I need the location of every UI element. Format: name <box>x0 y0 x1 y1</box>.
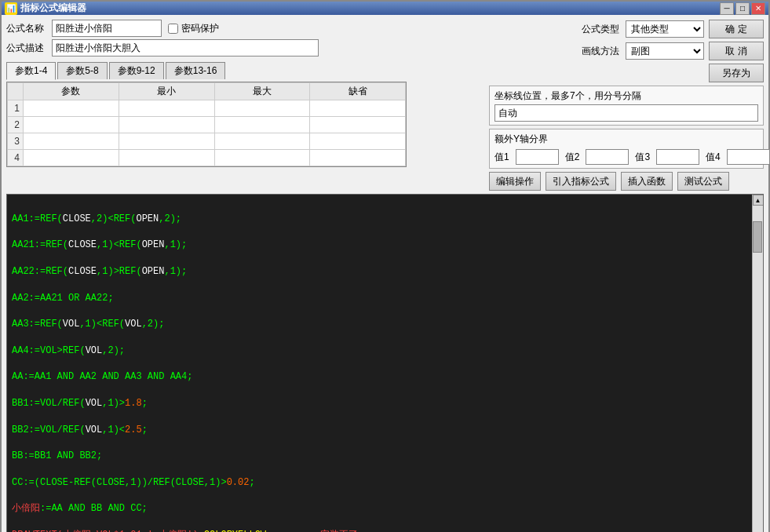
y-boundary-section: 额外Y轴分界 值1 值2 值3 值4 <box>489 129 764 169</box>
tab-params-5-8[interactable]: 参数5-8 <box>57 62 107 79</box>
y-val4-input[interactable] <box>727 149 770 165</box>
edit-ops-button[interactable]: 编辑操作 <box>489 172 541 191</box>
col-num <box>8 83 24 100</box>
row-num-3: 3 <box>8 133 24 150</box>
code-line-3: AA22:=REF(CLOSE,1)>REF(OPEN,1); <box>12 265 747 279</box>
code-editor-inner: AA1:=REF(CLOSE,2)<REF(OPEN,2); AA21:=REF… <box>7 195 763 532</box>
code-line-12: 小倍阳:=AA AND BB AND CC; <box>12 502 747 516</box>
y-boundary-title: 额外Y轴分界 <box>494 133 758 146</box>
code-editor-section: AA1:=REF(CLOSE,2)<REF(OPEN,2); AA21:=REF… <box>6 194 764 532</box>
code-area[interactable]: AA1:=REF(CLOSE,2)<REF(OPEN,2); AA21:=REF… <box>7 195 752 532</box>
formula-desc-row: 公式描述 <box>6 39 484 56</box>
maximize-button[interactable]: □ <box>735 2 750 15</box>
params-table: 参数 最小 最大 缺省 1 <box>7 82 406 166</box>
param-4-min[interactable] <box>121 151 213 165</box>
table-row: 2 <box>8 117 406 133</box>
close-window-button[interactable]: ✕ <box>751 2 765 15</box>
tab-params-9-12[interactable]: 参数9-12 <box>109 62 164 79</box>
tab-params-13-16[interactable]: 参数13-16 <box>166 62 226 79</box>
code-line-4: AA2:=AA21 OR AA22; <box>12 292 747 305</box>
table-row: 3 <box>8 133 406 150</box>
annotation: ←— 安装不了， <box>303 529 367 532</box>
param-1-max[interactable] <box>217 101 308 115</box>
cancel-button[interactable]: 取 消 <box>709 42 764 60</box>
coord-input[interactable] <box>494 104 758 122</box>
param-2-name[interactable] <box>25 118 117 132</box>
formula-name-row: 公式名称 密码保护 <box>6 20 484 37</box>
code-line-11: CC:=(CLOSE-REF(CLOSE,1))/REF(CLOSE,1)>0.… <box>12 476 747 490</box>
action-buttons: 编辑操作 引入指标公式 插入函数 测试公式 <box>489 172 764 191</box>
col-max: 最大 <box>214 83 310 100</box>
val1-label: 值1 <box>494 151 509 164</box>
code-line-1: AA1:=REF(CLOSE,2)<REF(OPEN,2); <box>12 213 747 226</box>
draw-method-select[interactable]: 副图 主图 <box>626 42 704 60</box>
y-val3-input[interactable] <box>656 149 699 165</box>
param-3-default[interactable] <box>312 134 403 148</box>
test-formula-button[interactable]: 测试公式 <box>677 172 729 191</box>
params-table-container: 参数 最小 最大 缺省 1 <box>6 82 407 167</box>
password-checkbox[interactable] <box>168 24 178 34</box>
val2-label: 值2 <box>565 151 580 164</box>
formula-desc-label: 公式描述 <box>6 42 46 55</box>
header-section: 公式名称 密码保护 公式描述 参数1-4 参数5-8 参数9-12 <box>6 20 764 191</box>
param-3-max[interactable] <box>217 134 308 148</box>
param-tabs: 参数1-4 参数5-8 参数9-12 参数13-16 <box>6 62 484 79</box>
save-as-button[interactable]: 另存为 <box>709 64 764 82</box>
param-1-name[interactable] <box>25 101 117 115</box>
coord-section: 坐标线位置，最多7个，用分号分隔 <box>489 86 764 126</box>
param-2-default[interactable] <box>312 118 403 132</box>
param-3-min[interactable] <box>121 134 213 148</box>
code-line-9: BB2:=VOL/REF(VOL,1)<2.5; <box>12 424 747 437</box>
vertical-scrollbar[interactable]: ▲ ▼ <box>752 195 763 532</box>
val4-label: 值4 <box>706 151 721 164</box>
code-line-2: AA21:=REF(CLOSE,1)<REF(OPEN,1); <box>12 239 747 252</box>
param-2-max[interactable] <box>217 118 308 132</box>
code-line-8: BB1:=VOL/REF(VOL,1)>1.8; <box>12 397 747 410</box>
table-row: 1 <box>8 100 406 117</box>
draw-method-label: 画线方法 <box>582 45 621 58</box>
param-4-default[interactable] <box>312 151 403 165</box>
formula-name-input[interactable] <box>52 20 162 37</box>
param-2-min[interactable] <box>121 118 213 132</box>
scroll-thumb-v[interactable] <box>753 221 762 253</box>
tab-params-1-4[interactable]: 参数1-4 <box>6 62 56 80</box>
save-as-row: 另存为 <box>489 64 764 82</box>
param-3-name[interactable] <box>25 134 117 148</box>
password-checkbox-label: 密码保护 <box>168 22 219 35</box>
import-formula-button[interactable]: 引入指标公式 <box>546 172 616 191</box>
formula-name-label: 公式名称 <box>6 22 46 35</box>
param-4-name[interactable] <box>25 151 117 165</box>
y-val1-input[interactable] <box>516 149 559 165</box>
row-num-2: 2 <box>8 117 24 133</box>
insert-func-button[interactable]: 插入函数 <box>621 172 673 191</box>
main-window: 📊 指标公式编辑器 ─ □ ✕ 公式名称 密码保护 <box>0 0 770 532</box>
val3-label: 值3 <box>635 151 650 164</box>
content-area: 公式名称 密码保护 公式描述 参数1-4 参数5-8 参数9-12 <box>2 15 768 532</box>
param-4-max[interactable] <box>217 151 308 165</box>
app-icon: 📊 <box>5 2 17 15</box>
row-num-4: 4 <box>8 150 24 166</box>
minimize-button[interactable]: ─ <box>720 2 734 15</box>
scroll-up-button[interactable]: ▲ <box>753 195 764 206</box>
col-min: 最小 <box>119 83 214 100</box>
scroll-track-v <box>753 206 763 532</box>
col-default: 缺省 <box>310 83 406 100</box>
code-line-7: AA:=AA1 AND AA2 AND AA3 AND AA4; <box>12 370 747 384</box>
password-label: 密码保护 <box>181 22 219 35</box>
row-num-1: 1 <box>8 100 24 117</box>
formula-type-select[interactable]: 其他类型 主图叠加 副图指标 <box>626 20 704 38</box>
table-row: 4 <box>8 150 406 166</box>
confirm-button[interactable]: 确 定 <box>709 20 764 38</box>
formula-desc-input[interactable] <box>52 39 319 56</box>
y-val2-input[interactable] <box>586 149 629 165</box>
code-line-5: AA3:=REF(VOL,1)<REF(VOL,2); <box>12 318 747 331</box>
formula-type-row: 公式类型 其他类型 主图叠加 副图指标 确 定 <box>489 20 764 38</box>
formula-type-label: 公式类型 <box>582 23 621 36</box>
code-line-13: DRAWTEXT(小倍阳,VOL*1.01,'↗小倍阳'),COLORYELLO… <box>12 529 747 532</box>
param-1-min[interactable] <box>121 101 213 115</box>
param-1-default[interactable] <box>312 101 403 115</box>
code-line-6: AA4:=VOL>REF(VOL,2); <box>12 344 747 358</box>
col-param: 参数 <box>24 83 119 100</box>
title-buttons: ─ □ ✕ <box>720 2 765 15</box>
window-title: 指标公式编辑器 <box>20 2 86 15</box>
